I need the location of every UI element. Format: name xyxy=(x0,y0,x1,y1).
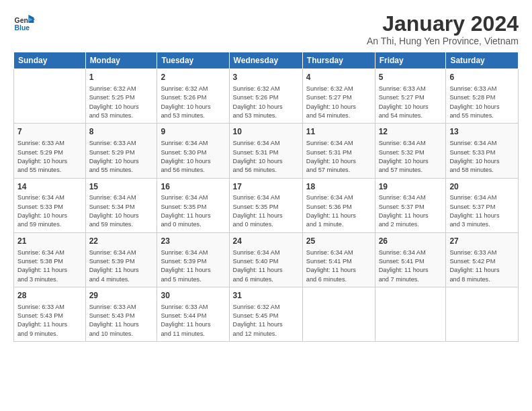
calendar-cell: 7Sunrise: 6:33 AM Sunset: 5:29 PM Daylig… xyxy=(14,124,86,178)
calendar-cell: 10Sunrise: 6:34 AM Sunset: 5:31 PM Dayli… xyxy=(229,124,302,178)
calendar-cell: 26Sunrise: 6:34 AM Sunset: 5:41 PM Dayli… xyxy=(375,232,446,287)
day-number: 10 xyxy=(233,126,299,138)
day-number: 21 xyxy=(17,236,82,247)
day-number: 19 xyxy=(379,181,443,193)
day-content: Sunrise: 6:33 AM Sunset: 5:29 PM Dayligh… xyxy=(17,139,82,175)
day-content: Sunrise: 6:33 AM Sunset: 5:42 PM Dayligh… xyxy=(449,248,515,284)
day-number: 30 xyxy=(161,290,225,302)
calendar-cell: 24Sunrise: 6:34 AM Sunset: 5:40 PM Dayli… xyxy=(229,232,302,287)
day-content: Sunrise: 6:34 AM Sunset: 5:39 PM Dayligh… xyxy=(161,248,225,284)
calendar-cell: 1Sunrise: 6:32 AM Sunset: 5:25 PM Daylig… xyxy=(85,69,157,124)
calendar-cell: 13Sunrise: 6:34 AM Sunset: 5:33 PM Dayli… xyxy=(446,124,519,178)
col-wednesday: Wednesday xyxy=(229,52,302,69)
week-row-4: 21Sunrise: 6:34 AM Sunset: 5:38 PM Dayli… xyxy=(14,232,519,287)
day-content: Sunrise: 6:32 AM Sunset: 5:25 PM Dayligh… xyxy=(89,85,154,120)
logo-icon: General Blue xyxy=(13,12,35,34)
calendar-cell xyxy=(446,287,519,341)
day-number: 9 xyxy=(161,126,225,138)
day-content: Sunrise: 6:32 AM Sunset: 5:45 PM Dayligh… xyxy=(233,303,299,338)
calendar-cell: 18Sunrise: 6:34 AM Sunset: 5:36 PM Dayli… xyxy=(302,178,375,232)
calendar-cell xyxy=(302,287,375,341)
day-content: Sunrise: 6:34 AM Sunset: 5:37 PM Dayligh… xyxy=(379,193,443,229)
day-number: 2 xyxy=(161,72,225,83)
calendar-cell: 20Sunrise: 6:34 AM Sunset: 5:37 PM Dayli… xyxy=(446,178,519,232)
calendar-cell: 6Sunrise: 6:33 AM Sunset: 5:28 PM Daylig… xyxy=(446,69,519,124)
week-row-5: 28Sunrise: 6:33 AM Sunset: 5:43 PM Dayli… xyxy=(14,287,519,341)
col-thursday: Thursday xyxy=(302,52,375,69)
calendar-cell: 30Sunrise: 6:33 AM Sunset: 5:44 PM Dayli… xyxy=(157,287,229,341)
day-number: 20 xyxy=(449,181,515,193)
calendar-cell: 23Sunrise: 6:34 AM Sunset: 5:39 PM Dayli… xyxy=(157,232,229,287)
day-content: Sunrise: 6:32 AM Sunset: 5:26 PM Dayligh… xyxy=(233,85,299,120)
day-number: 23 xyxy=(161,236,225,247)
day-content: Sunrise: 6:33 AM Sunset: 5:29 PM Dayligh… xyxy=(89,139,154,175)
day-number: 6 xyxy=(449,72,515,83)
day-content: Sunrise: 6:33 AM Sunset: 5:43 PM Dayligh… xyxy=(89,303,154,338)
day-content: Sunrise: 6:33 AM Sunset: 5:43 PM Dayligh… xyxy=(17,303,82,338)
day-content: Sunrise: 6:34 AM Sunset: 5:34 PM Dayligh… xyxy=(89,193,154,229)
col-sunday: Sunday xyxy=(14,52,86,69)
day-content: Sunrise: 6:34 AM Sunset: 5:39 PM Dayligh… xyxy=(89,248,154,284)
day-content: Sunrise: 6:34 AM Sunset: 5:30 PM Dayligh… xyxy=(161,139,225,175)
day-number: 17 xyxy=(233,181,299,193)
week-row-2: 7Sunrise: 6:33 AM Sunset: 5:29 PM Daylig… xyxy=(14,124,519,178)
calendar-cell: 22Sunrise: 6:34 AM Sunset: 5:39 PM Dayli… xyxy=(85,232,157,287)
day-number: 25 xyxy=(306,236,371,247)
day-number: 8 xyxy=(89,126,154,138)
day-content: Sunrise: 6:34 AM Sunset: 5:35 PM Dayligh… xyxy=(233,193,299,229)
calendar-cell xyxy=(14,69,86,124)
day-number: 5 xyxy=(379,72,443,83)
calendar-cell: 2Sunrise: 6:32 AM Sunset: 5:26 PM Daylig… xyxy=(157,69,229,124)
col-saturday: Saturday xyxy=(446,52,519,69)
day-content: Sunrise: 6:34 AM Sunset: 5:31 PM Dayligh… xyxy=(233,139,299,175)
logo: General Blue xyxy=(13,12,35,34)
calendar-cell xyxy=(375,287,446,341)
day-number: 27 xyxy=(449,236,515,247)
calendar-cell: 15Sunrise: 6:34 AM Sunset: 5:34 PM Dayli… xyxy=(85,178,157,232)
header: General Blue January 2024 An Thi, Hung Y… xyxy=(13,12,519,46)
day-number: 24 xyxy=(233,236,299,247)
calendar-cell: 21Sunrise: 6:34 AM Sunset: 5:38 PM Dayli… xyxy=(14,232,86,287)
day-content: Sunrise: 6:34 AM Sunset: 5:32 PM Dayligh… xyxy=(379,139,443,175)
day-content: Sunrise: 6:34 AM Sunset: 5:31 PM Dayligh… xyxy=(306,139,371,175)
day-number: 26 xyxy=(379,236,443,247)
calendar-cell: 3Sunrise: 6:32 AM Sunset: 5:26 PM Daylig… xyxy=(229,69,302,124)
calendar-cell: 31Sunrise: 6:32 AM Sunset: 5:45 PM Dayli… xyxy=(229,287,302,341)
calendar-cell: 29Sunrise: 6:33 AM Sunset: 5:43 PM Dayli… xyxy=(85,287,157,341)
day-content: Sunrise: 6:32 AM Sunset: 5:27 PM Dayligh… xyxy=(306,85,371,120)
day-number: 18 xyxy=(306,181,371,193)
calendar-cell: 9Sunrise: 6:34 AM Sunset: 5:30 PM Daylig… xyxy=(157,124,229,178)
day-number: 13 xyxy=(449,126,515,138)
calendar-cell: 5Sunrise: 6:33 AM Sunset: 5:27 PM Daylig… xyxy=(375,69,446,124)
day-content: Sunrise: 6:34 AM Sunset: 5:33 PM Dayligh… xyxy=(17,193,82,229)
day-number: 3 xyxy=(233,72,299,83)
page: General Blue January 2024 An Thi, Hung Y… xyxy=(0,0,532,349)
calendar-table: Sunday Monday Tuesday Wednesday Thursday… xyxy=(13,52,519,342)
header-row: Sunday Monday Tuesday Wednesday Thursday… xyxy=(14,52,519,69)
day-number: 22 xyxy=(89,236,154,247)
day-number: 4 xyxy=(306,72,371,83)
day-number: 14 xyxy=(17,181,82,193)
day-number: 7 xyxy=(17,126,82,138)
week-row-1: 1Sunrise: 6:32 AM Sunset: 5:25 PM Daylig… xyxy=(14,69,519,124)
svg-text:Blue: Blue xyxy=(15,24,30,32)
calendar-cell: 12Sunrise: 6:34 AM Sunset: 5:32 PM Dayli… xyxy=(375,124,446,178)
week-row-3: 14Sunrise: 6:34 AM Sunset: 5:33 PM Dayli… xyxy=(14,178,519,232)
calendar-cell: 28Sunrise: 6:33 AM Sunset: 5:43 PM Dayli… xyxy=(14,287,86,341)
day-number: 11 xyxy=(306,126,371,138)
day-content: Sunrise: 6:34 AM Sunset: 5:36 PM Dayligh… xyxy=(306,193,371,229)
calendar-cell: 17Sunrise: 6:34 AM Sunset: 5:35 PM Dayli… xyxy=(229,178,302,232)
day-content: Sunrise: 6:34 AM Sunset: 5:33 PM Dayligh… xyxy=(449,139,515,175)
day-content: Sunrise: 6:34 AM Sunset: 5:40 PM Dayligh… xyxy=(233,248,299,284)
col-monday: Monday xyxy=(85,52,157,69)
day-number: 29 xyxy=(89,290,154,302)
day-content: Sunrise: 6:33 AM Sunset: 5:44 PM Dayligh… xyxy=(161,303,225,338)
day-content: Sunrise: 6:33 AM Sunset: 5:27 PM Dayligh… xyxy=(379,85,443,120)
calendar-cell: 11Sunrise: 6:34 AM Sunset: 5:31 PM Dayli… xyxy=(302,124,375,178)
col-friday: Friday xyxy=(375,52,446,69)
day-number: 1 xyxy=(89,72,154,83)
day-number: 15 xyxy=(89,181,154,193)
day-number: 28 xyxy=(17,290,82,302)
calendar-cell: 27Sunrise: 6:33 AM Sunset: 5:42 PM Dayli… xyxy=(446,232,519,287)
day-content: Sunrise: 6:34 AM Sunset: 5:38 PM Dayligh… xyxy=(17,248,82,284)
